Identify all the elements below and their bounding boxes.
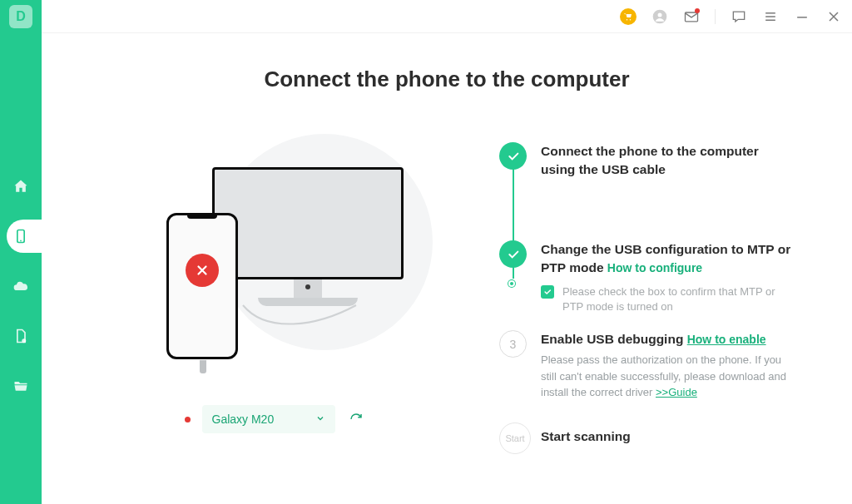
cable-graphic bbox=[241, 302, 358, 335]
page-title: Connect the phone to the computer bbox=[75, 67, 819, 92]
phone-graphic bbox=[166, 213, 238, 359]
status-dot bbox=[185, 417, 191, 422]
step-sub-dot bbox=[508, 280, 515, 287]
close-icon bbox=[825, 8, 842, 25]
logo-letter: D bbox=[9, 5, 32, 28]
svg-point-1 bbox=[20, 240, 22, 242]
step-3-sub: Please pass the authorization on the pho… bbox=[541, 352, 794, 401]
app-logo: D bbox=[0, 0, 42, 33]
topbar bbox=[42, 0, 852, 33]
nav-folder[interactable] bbox=[0, 366, 42, 406]
file-alert-icon bbox=[12, 328, 29, 344]
feedback-button[interactable] bbox=[731, 8, 747, 25]
check-icon bbox=[543, 288, 552, 296]
hamburger-icon bbox=[762, 8, 779, 25]
how-to-enable-link[interactable]: How to enable bbox=[687, 333, 766, 346]
step-4-title: Start scanning bbox=[541, 422, 794, 446]
mtp-check-text: Please check the box to confirm that MTP… bbox=[562, 284, 794, 314]
divider bbox=[715, 9, 716, 24]
mail-button[interactable] bbox=[683, 8, 700, 25]
step-2-title: Change the USB configuration to MTP or P… bbox=[541, 240, 794, 278]
chat-icon bbox=[731, 8, 747, 25]
device-dropdown[interactable]: Galaxy M20 bbox=[202, 405, 335, 433]
phone-icon bbox=[12, 228, 29, 245]
error-icon bbox=[186, 254, 219, 287]
device-row: Galaxy M20 bbox=[185, 405, 365, 433]
refresh-button[interactable] bbox=[347, 410, 365, 428]
user-button[interactable] bbox=[651, 8, 668, 25]
step-3: 3 Enable USB debugging How to enable Ple… bbox=[541, 330, 794, 401]
cart-button[interactable] bbox=[620, 8, 637, 25]
user-icon bbox=[651, 8, 668, 25]
notification-dot bbox=[695, 8, 700, 13]
nav-cloud[interactable] bbox=[0, 266, 42, 306]
main-area: Connect the phone to the computer bbox=[42, 0, 852, 504]
step-badge-start: Start bbox=[499, 422, 531, 454]
illustration-column: Galaxy M20 bbox=[100, 142, 449, 433]
how-to-configure-link[interactable]: How to configure bbox=[607, 261, 702, 274]
device-illustration bbox=[125, 142, 424, 375]
refresh-icon bbox=[349, 412, 364, 427]
svg-point-4 bbox=[658, 12, 662, 17]
content: Connect the phone to the computer bbox=[42, 33, 852, 504]
chevron-down-icon bbox=[315, 413, 325, 426]
svg-point-2 bbox=[22, 338, 26, 343]
monitor-graphic bbox=[212, 167, 404, 306]
check-icon bbox=[507, 248, 520, 261]
menu-button[interactable] bbox=[762, 8, 779, 25]
step-1-title: Connect the phone to the computer using … bbox=[541, 142, 794, 180]
nav-phone[interactable] bbox=[0, 216, 42, 256]
nav-file-alert[interactable] bbox=[0, 316, 42, 356]
guide-link[interactable]: >>Guide bbox=[656, 386, 697, 398]
nav-home[interactable] bbox=[0, 166, 42, 206]
sidebar: D bbox=[0, 0, 42, 504]
close-button[interactable] bbox=[825, 8, 842, 25]
cloud-icon bbox=[12, 278, 29, 294]
check-icon bbox=[507, 150, 520, 163]
step-badge-number: 3 bbox=[499, 330, 527, 358]
cart-icon bbox=[620, 8, 637, 25]
home-icon bbox=[12, 178, 29, 195]
step-3-title: Enable USB debugging How to enable bbox=[541, 330, 794, 348]
device-name: Galaxy M20 bbox=[212, 413, 275, 426]
step-badge-done bbox=[499, 240, 527, 268]
step-badge-done bbox=[499, 142, 527, 170]
folder-icon bbox=[12, 378, 29, 394]
step-1: Connect the phone to the computer using … bbox=[541, 142, 794, 217]
mtp-checkbox[interactable] bbox=[541, 285, 554, 299]
step-4: Start Start scanning bbox=[541, 422, 794, 446]
step-2: Change the USB configuration to MTP or P… bbox=[541, 240, 794, 315]
steps-column: Connect the phone to the computer using … bbox=[499, 142, 794, 469]
minimize-icon bbox=[794, 8, 810, 25]
minimize-button[interactable] bbox=[794, 8, 810, 25]
